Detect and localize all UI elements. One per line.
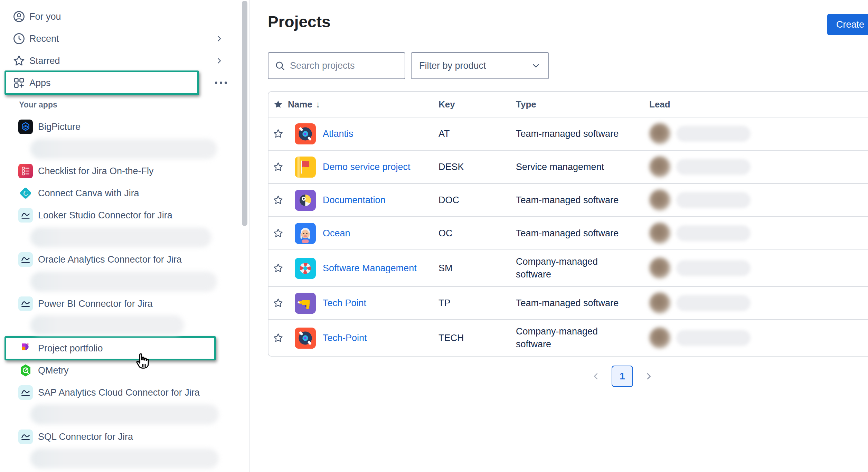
table-cell-key: TECH xyxy=(438,319,516,356)
redacted-lead-name xyxy=(676,192,751,208)
sidebar-app-powerbi[interactable]: Power BI Connector for Jira xyxy=(0,293,239,315)
sort-desc-arrow-icon: ↓ xyxy=(316,99,320,110)
table-row-name: Tech-Point xyxy=(288,319,438,356)
column-header-key[interactable]: Key xyxy=(438,92,516,117)
app-label: SAP Analytics Cloud Connector for Jira xyxy=(38,387,200,398)
sidebar-app-looker[interactable]: Looker Studio Connector for Jira xyxy=(0,204,239,226)
star-toggle[interactable] xyxy=(268,286,288,319)
redacted-app-row xyxy=(30,404,219,424)
table-row-name: Documentation xyxy=(288,183,438,216)
redacted-avatar xyxy=(649,223,671,244)
redacted-lead-name xyxy=(676,225,751,241)
create-button[interactable]: Create xyxy=(827,14,868,35)
sidebar-app-qmetry[interactable]: QMetry xyxy=(0,359,239,381)
drill-project-icon xyxy=(295,293,316,314)
sidebar-item-recent[interactable]: Recent xyxy=(0,28,239,50)
table-cell-type: Team-managed software xyxy=(516,117,649,150)
table-cell-type: Team-managed software xyxy=(516,216,649,249)
sidebar-item-for-you[interactable]: For you xyxy=(0,6,239,28)
table-cell-type: Team-managed software xyxy=(516,286,649,319)
search-projects-field[interactable] xyxy=(268,52,405,79)
chevron-right-icon[interactable] xyxy=(215,35,223,43)
next-page-chevron-icon[interactable] xyxy=(644,371,653,381)
chart-connector-app-icon xyxy=(18,296,33,311)
sidebar-item-label: For you xyxy=(29,11,61,22)
search-input[interactable] xyxy=(290,60,394,71)
chart-connector-app-icon xyxy=(18,429,33,444)
table-row-name: Tech Point xyxy=(288,286,438,319)
chevron-right-icon[interactable] xyxy=(215,57,223,65)
star-toggle[interactable] xyxy=(268,319,288,356)
table-cell-type: Service management xyxy=(516,150,649,183)
canva-app-icon: C xyxy=(18,186,33,200)
table-cell-lead-redacted xyxy=(649,286,868,319)
star-filled-icon xyxy=(273,99,283,110)
sidebar-app-oracle[interactable]: Oracle Analytics Connector for Jira xyxy=(0,248,239,271)
sidebar-item-apps[interactable]: Apps xyxy=(0,72,239,94)
star-outline-icon xyxy=(273,128,284,139)
star-toggle[interactable] xyxy=(268,249,288,286)
qmetry-app-icon xyxy=(18,363,33,378)
filter-by-product-select[interactable]: Filter by product xyxy=(411,52,549,79)
sidebar-app-canva[interactable]: C Connect Canva with Jira xyxy=(0,182,239,204)
table-cell-lead-redacted xyxy=(649,319,868,356)
app-label: Connect Canva with Jira xyxy=(38,188,139,199)
table-row-name: Ocean xyxy=(288,216,438,249)
table-cell-lead-redacted xyxy=(649,216,868,249)
table-cell-key: TP xyxy=(438,286,516,319)
star-toggle[interactable] xyxy=(268,117,288,150)
app-label: SQL Connector for Jira xyxy=(38,432,133,442)
sidebar-scrollbar[interactable] xyxy=(242,1,247,226)
project-link[interactable]: Tech-Point xyxy=(323,333,367,343)
star-toggle[interactable] xyxy=(268,150,288,183)
project-link[interactable]: Documentation xyxy=(323,195,386,206)
bigpicture-app-icon xyxy=(18,120,33,134)
page-1-button[interactable]: 1 xyxy=(612,366,633,387)
redacted-avatar xyxy=(649,123,671,144)
project-link[interactable]: Ocean xyxy=(323,228,350,239)
table-row-name: Software Management xyxy=(288,249,438,286)
previous-page-chevron-icon[interactable] xyxy=(591,371,601,381)
project-link[interactable]: Atlantis xyxy=(323,129,353,139)
sidebar-app-checklist[interactable]: Checklist for Jira On-the-Fly xyxy=(0,160,239,182)
column-header-lead[interactable]: Lead xyxy=(649,92,868,117)
sidebar-app-sql[interactable]: SQL Connector for Jira xyxy=(0,426,239,448)
vinyl-record-project-icon xyxy=(295,328,316,349)
app-label: QMetry xyxy=(38,365,69,376)
star-outline-icon xyxy=(273,332,284,343)
column-header-name[interactable]: Name ↓ xyxy=(288,92,438,117)
table-cell-lead-redacted xyxy=(649,150,868,183)
star-outline-icon xyxy=(273,195,284,206)
project-link[interactable]: Tech Point xyxy=(323,298,366,309)
more-ellipsis-icon[interactable] xyxy=(215,82,227,84)
apps-grid-icon xyxy=(12,76,26,89)
star-outline-icon xyxy=(273,228,284,239)
lifebuoy-project-icon xyxy=(295,258,316,279)
column-header-type[interactable]: Type xyxy=(516,92,649,117)
parrot-project-icon xyxy=(295,190,316,211)
sidebar-app-sap[interactable]: SAP Analytics Cloud Connector for Jira xyxy=(0,381,239,404)
table-cell-type: Team-managed software xyxy=(516,183,649,216)
pagination: 1 xyxy=(591,366,653,387)
redacted-avatar xyxy=(649,156,671,178)
sidebar-app-bigpicture[interactable]: BigPicture xyxy=(0,116,239,138)
redacted-avatar xyxy=(649,327,671,349)
project-link[interactable]: Software Management xyxy=(323,263,417,274)
redacted-lead-name xyxy=(676,260,751,276)
red-flag-project-icon xyxy=(295,157,316,178)
redacted-app-row xyxy=(30,315,184,335)
table-row-name: Atlantis xyxy=(288,117,438,150)
search-icon xyxy=(274,60,286,72)
project-link[interactable]: Demo service project xyxy=(323,162,411,172)
sidebar-item-starred[interactable]: Starred xyxy=(0,50,239,72)
star-toggle[interactable] xyxy=(268,183,288,216)
table-cell-lead-redacted xyxy=(649,183,868,216)
redacted-app-row xyxy=(30,449,219,469)
clock-icon xyxy=(12,32,26,45)
redacted-app-row xyxy=(30,227,211,247)
star-toggle[interactable] xyxy=(268,216,288,249)
your-apps-section-label: Your apps xyxy=(0,95,239,114)
svg-text:C: C xyxy=(23,189,28,197)
column-header-star[interactable] xyxy=(268,92,288,117)
sidebar-app-project-portfolio[interactable]: Project portfolio xyxy=(0,337,239,359)
